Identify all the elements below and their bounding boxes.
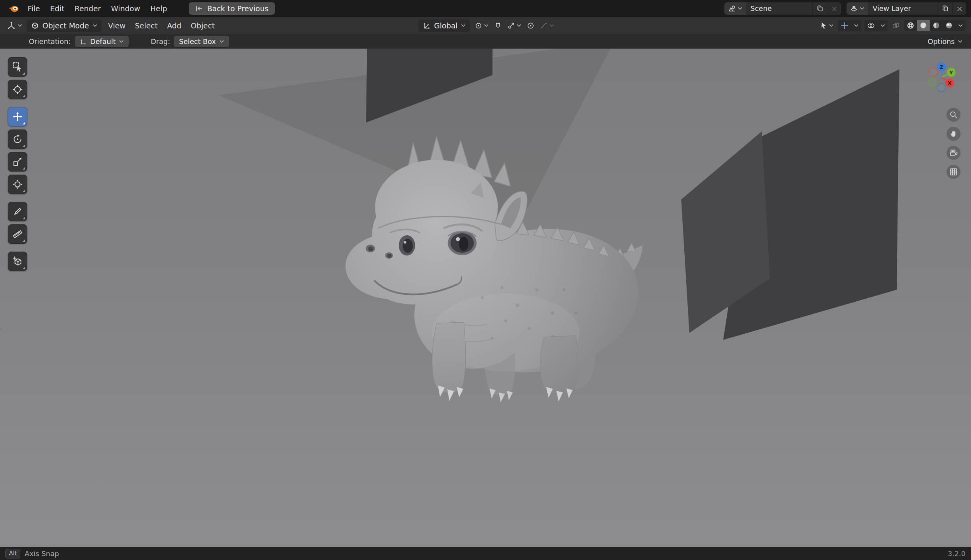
scene-selector[interactable]: Scene ×: [724, 2, 841, 15]
add-menu[interactable]: Add: [162, 19, 186, 33]
browse-view-layer-button[interactable]: [847, 2, 868, 15]
drag-label: Drag:: [151, 37, 170, 46]
select-menu[interactable]: Select: [130, 19, 163, 33]
orientation-axes-icon: [80, 38, 87, 45]
new-scene-button[interactable]: [812, 2, 827, 15]
scene-icon: [728, 5, 736, 12]
ortho-toggle-button[interactable]: [946, 165, 960, 179]
gizmos-dropdown[interactable]: [851, 22, 861, 29]
shading-wireframe-button[interactable]: [904, 20, 917, 31]
back-arrow-icon: [195, 5, 203, 12]
shading-solid-button[interactable]: [917, 20, 930, 31]
key-hint-badge: Alt: [5, 549, 20, 558]
help-menu[interactable]: Help: [145, 2, 172, 16]
view-layer-icon: [850, 5, 858, 12]
dragon-model[interactable]: [0, 136, 649, 402]
chevron-down-icon: [119, 40, 124, 43]
xray-toggle[interactable]: [889, 20, 903, 32]
overlays-dropdown[interactable]: [878, 22, 888, 29]
tool-cursor[interactable]: [8, 80, 27, 99]
pivot-point-selector[interactable]: [472, 20, 491, 32]
chevron-down-icon: [860, 7, 864, 10]
options-button[interactable]: Options: [925, 36, 966, 47]
gizmos-toggle[interactable]: [838, 20, 851, 32]
object-visibility-selector[interactable]: [817, 20, 836, 32]
overlays-control: [864, 20, 888, 32]
file-menu[interactable]: File: [23, 2, 45, 16]
viewport-header: Object Mode View Select Add Object Globa…: [0, 17, 971, 34]
blender-app-menu-button[interactable]: [5, 3, 23, 14]
material-sphere-icon: [932, 22, 940, 29]
navigation-gizmo[interactable]: Z Y X: [920, 56, 963, 99]
viewport-3d[interactable]: Z Y X: [0, 49, 971, 547]
orientation-label: Orientation:: [29, 37, 71, 46]
gizmo-axis-neg-z[interactable]: [938, 84, 946, 92]
gizmo-axis-neg-y[interactable]: [928, 78, 936, 86]
chevron-down-icon: [484, 24, 489, 27]
rotate-icon: [12, 134, 23, 144]
key-hint-action: Axis Snap: [25, 550, 59, 558]
drag-mode-selector[interactable]: Select Box: [174, 36, 229, 47]
gizmo-x-label: X: [948, 80, 952, 86]
chevron-down-icon: [880, 24, 885, 27]
tool-scale[interactable]: [8, 152, 27, 172]
close-icon: ×: [831, 4, 838, 13]
gizmo-axis-neg-x[interactable]: [929, 68, 938, 76]
remove-view-layer-button[interactable]: ×: [952, 2, 966, 15]
mode-label: Object Mode: [42, 21, 89, 30]
shading-rendered-button[interactable]: [943, 20, 955, 31]
tool-settings-bar: Orientation: Default Drag: Select Box Op…: [0, 34, 971, 49]
annotate-pen-icon: [12, 206, 23, 217]
zoom-button[interactable]: [946, 108, 960, 122]
browse-scene-button[interactable]: [724, 2, 746, 15]
view-layer-selector[interactable]: View Layer ×: [847, 2, 966, 15]
shading-mode-control: [904, 20, 966, 31]
shading-material-button[interactable]: [930, 20, 943, 31]
unlink-scene-button[interactable]: ×: [827, 2, 841, 15]
proportional-falloff-selector[interactable]: [537, 20, 557, 32]
gizmos-control: [838, 20, 861, 32]
snap-settings-selector[interactable]: [505, 20, 524, 32]
editor-type-selector[interactable]: [4, 19, 25, 32]
view-layer-name[interactable]: View Layer: [868, 4, 938, 12]
transform-orientation-selector[interactable]: Global: [419, 19, 470, 32]
scene-name[interactable]: Scene: [746, 4, 812, 12]
edit-menu[interactable]: Edit: [45, 2, 70, 16]
tool-rotate[interactable]: [8, 130, 27, 149]
solid-sphere-icon: [920, 22, 927, 29]
cursor-3d-icon: [12, 84, 23, 94]
orientation-axes-icon: [423, 22, 431, 30]
transform-icon: [12, 179, 23, 189]
tool-annotate[interactable]: [8, 202, 27, 221]
overlays-toggle[interactable]: [864, 20, 878, 32]
shading-dropdown[interactable]: [955, 22, 966, 29]
chevron-down-icon: [958, 40, 962, 43]
window-menu[interactable]: Window: [106, 2, 145, 16]
new-view-layer-button[interactable]: [938, 2, 952, 15]
measure-ruler-icon: [12, 229, 23, 239]
magnet-icon: [494, 22, 502, 30]
chevron-down-icon: [93, 24, 97, 27]
tool-transform[interactable]: [8, 175, 27, 194]
camera-view-button[interactable]: [946, 146, 960, 160]
drag-mode-value: Select Box: [179, 37, 216, 46]
render-menu[interactable]: Render: [70, 2, 106, 16]
tool-move[interactable]: [8, 107, 27, 126]
mode-selector[interactable]: Object Mode: [27, 19, 102, 32]
proportional-editing-toggle[interactable]: [524, 20, 537, 32]
duplicate-icon: [941, 5, 949, 12]
view-menu[interactable]: View: [103, 19, 130, 33]
chevron-down-icon: [958, 24, 963, 27]
pan-button[interactable]: [946, 127, 960, 141]
viewport-canvas[interactable]: [0, 49, 971, 547]
tool-select-box[interactable]: [8, 57, 27, 77]
chevron-down-icon: [854, 24, 859, 27]
back-to-previous-button[interactable]: Back to Previous: [189, 2, 275, 15]
object-menu[interactable]: Object: [186, 19, 219, 33]
snap-toggle[interactable]: [491, 20, 505, 32]
tool-measure[interactable]: [8, 224, 27, 244]
chevron-down-icon: [829, 24, 834, 27]
gizmo-icon: [841, 22, 848, 30]
tool-orientation-selector[interactable]: Default: [75, 36, 129, 47]
tool-add-cube[interactable]: [8, 252, 27, 271]
